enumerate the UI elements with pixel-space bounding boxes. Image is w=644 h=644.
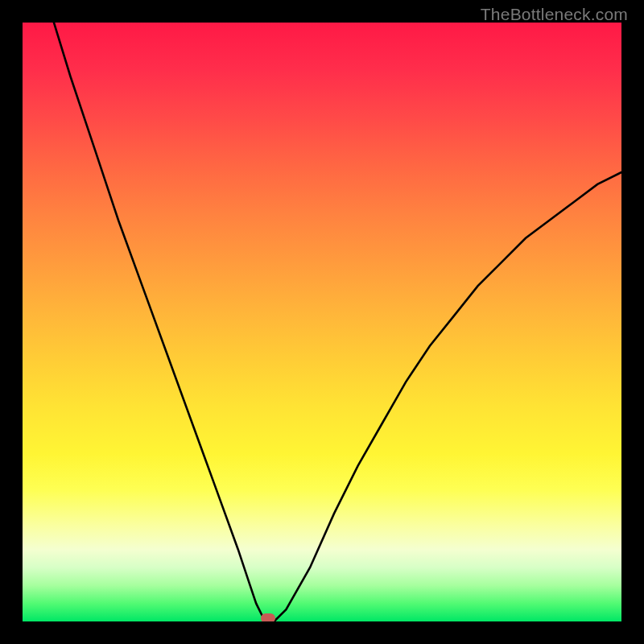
chart-frame [0,0,644,644]
optimal-marker [261,613,275,621]
bottleneck-curve [23,23,621,621]
plot-area [23,23,621,621]
watermark-text: TheBottleneck.com [481,5,628,24]
curve-layer [23,23,621,621]
